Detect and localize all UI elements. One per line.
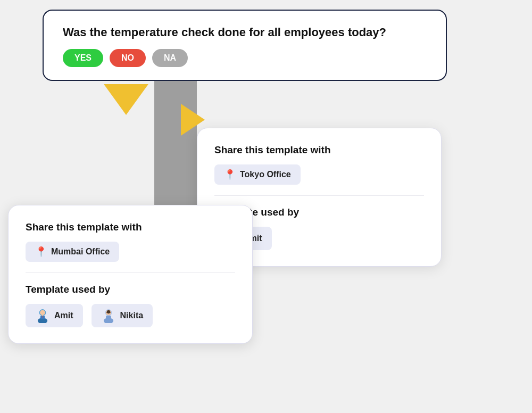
tokyo-share-title: Share this template with — [214, 144, 424, 156]
arrow-down — [104, 84, 148, 115]
nikita-name: Nikita — [120, 311, 144, 320]
tokyo-pin-icon: 📍 — [224, 169, 236, 180]
card-mumbai: Share this template with 📍 Mumbai Office… — [8, 205, 253, 344]
svg-rect-11 — [106, 316, 111, 319]
na-button[interactable]: NA — [152, 49, 188, 67]
mumbai-location-label: Mumbai Office — [51, 247, 110, 257]
tokyo-location-label: Tokyo Office — [240, 170, 291, 179]
list-item: Nikita — [92, 304, 153, 327]
yes-button[interactable]: YES — [63, 49, 103, 67]
answer-buttons: YES NO NA — [63, 49, 427, 67]
mumbai-share-title: Share this template with — [26, 221, 235, 233]
mumbai-users-row: Amit Nikita — [26, 304, 235, 327]
amit-name-mumbai: Amit — [54, 311, 73, 320]
gray-bar — [154, 69, 197, 218]
svg-point-6 — [40, 310, 45, 316]
question-text: Was the temperature check done for all e… — [63, 26, 427, 39]
tokyo-divider — [214, 195, 424, 196]
nikita-avatar — [101, 308, 116, 323]
mumbai-location-chip: 📍 Mumbai Office — [26, 242, 119, 262]
list-item: Amit — [26, 304, 83, 327]
mumbai-used-by-title: Template used by — [26, 284, 235, 295]
mumbai-pin-icon: 📍 — [35, 246, 47, 258]
mumbai-divider — [26, 272, 235, 273]
amit-avatar-mumbai — [35, 308, 50, 323]
question-card: Was the temperature check done for all e… — [43, 10, 447, 81]
no-button[interactable]: NO — [110, 49, 146, 67]
tokyo-location-chip: 📍 Tokyo Office — [214, 164, 301, 185]
